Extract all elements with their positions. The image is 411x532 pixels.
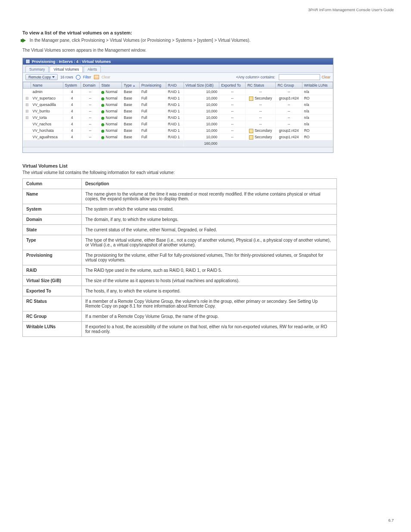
- state-dot-icon: [101, 136, 104, 139]
- clear-search-link[interactable]: Clear: [322, 75, 330, 79]
- state-dot-icon: [101, 117, 104, 120]
- col-exported[interactable]: Exported To: [219, 82, 246, 89]
- state-dot-icon: [101, 110, 104, 113]
- step-heading: To view a list of the virtual volumes on…: [22, 30, 394, 35]
- search-lead: <Any column> contains:: [236, 75, 275, 79]
- page-number: 6.7: [388, 518, 394, 523]
- table-row[interactable]: ⊞VV_quesadilla4--NormalBaseFullRAID 110,…: [23, 102, 333, 108]
- col-raid[interactable]: RAID: [166, 82, 184, 89]
- tab-summary[interactable]: Summary: [25, 66, 49, 72]
- brand-note: 3PAR InForm Management Console User's Gu…: [308, 8, 394, 12]
- col-expand[interactable]: [23, 82, 31, 89]
- state-dot-icon: [101, 130, 104, 133]
- col-name[interactable]: Name: [31, 82, 63, 89]
- totals-row: 160,000: [23, 140, 333, 147]
- col-rcstatus[interactable]: RC Status: [246, 82, 276, 89]
- row-count-label: 16 rows: [60, 75, 73, 79]
- info-heading: Virtual Volumes List: [22, 163, 394, 168]
- rc-status-icon: [249, 129, 253, 133]
- tab-alerts[interactable]: Alerts: [84, 66, 101, 72]
- app-window: Provisioning : InServs : 4 : Virtual Vol…: [22, 58, 333, 153]
- filter-link[interactable]: Filter: [83, 75, 91, 79]
- info-row: StateThe current status of the volume, e…: [23, 225, 337, 235]
- info-row: Writable LUNsIf exported to a host, the …: [23, 322, 337, 337]
- state-dot-icon: [101, 123, 104, 126]
- footer-bar: [23, 147, 333, 152]
- table-row[interactable]: ⊞VV_torta4--NormalBaseFullRAID 110,000--…: [23, 115, 333, 121]
- col-system[interactable]: System: [63, 82, 81, 89]
- info-table: Column Description NameThe name given to…: [22, 178, 337, 337]
- state-dot-icon: [101, 97, 104, 100]
- state-dot-icon: [101, 91, 104, 94]
- state-dot-icon: [101, 104, 104, 107]
- step-result: The Virtual Volumes screen appears in th…: [22, 48, 394, 53]
- info-th-column: Column: [23, 179, 82, 189]
- tab-virtual-volumes[interactable]: Virtual Volumes: [50, 66, 83, 72]
- rc-status-icon: [249, 96, 253, 101]
- arrow-icon: [22, 38, 26, 43]
- search-input[interactable]: [279, 74, 320, 80]
- table-row[interactable]: admin4--NormalBaseFullRAID 110,000------…: [23, 89, 333, 95]
- volumes-table: Name System Domain State Type Provisioni…: [23, 82, 333, 147]
- window-title: Provisioning : InServs : 4 : Virtual Vol…: [32, 59, 111, 64]
- info-row: RC StatusIf a member of a Remote Copy Vo…: [23, 296, 337, 311]
- col-prov[interactable]: Provisioning: [139, 82, 166, 89]
- window-titlebar: Provisioning : InServs : 4 : Virtual Vol…: [23, 58, 333, 65]
- col-writable[interactable]: Writable LUNs: [302, 82, 333, 89]
- toolbar: Remote Copy 16 rows Filter Clear <Any co…: [23, 73, 333, 82]
- clear-icon: [94, 75, 99, 79]
- remote-copy-dropdown[interactable]: Remote Copy: [25, 74, 58, 80]
- col-domain[interactable]: Domain: [81, 82, 100, 89]
- table-row[interactable]: VV_aguafresca4--NormalBaseFullRAID 110,0…: [23, 134, 333, 140]
- table-row[interactable]: ⊞VV_burrito4--NormalBaseFullRAID 110,000…: [23, 108, 333, 115]
- clear-label: Clear: [102, 75, 110, 79]
- tabs-row: Summary Virtual Volumes Alerts: [23, 65, 333, 73]
- filter-icon: [76, 75, 81, 80]
- total-vsize: 160,000: [184, 140, 219, 147]
- rc-status-icon: [249, 135, 253, 140]
- info-row: TypeThe type of the virtual volume, eith…: [23, 235, 337, 250]
- col-vsize[interactable]: Virtual Size (GiB): [184, 82, 219, 89]
- info-row: RC GroupIf a member of a Remote Copy Vol…: [23, 311, 337, 322]
- info-row: RAIDThe RAID type used in the volume, su…: [23, 265, 337, 276]
- table-row[interactable]: VV_horchata4--NormalBaseFullRAID 110,000…: [23, 128, 333, 134]
- step-bullet: In the Manager pane, click Provisioning …: [22, 38, 394, 43]
- table-header-row: Name System Domain State Type Provisioni…: [23, 82, 333, 89]
- col-state[interactable]: State: [100, 82, 122, 89]
- table-row[interactable]: VV_nachos4--NormalBaseFullRAID 110,000--…: [23, 121, 333, 128]
- col-rcgroup[interactable]: RC Group: [276, 82, 302, 89]
- info-th-desc: Description: [82, 179, 337, 189]
- col-type[interactable]: Type: [122, 82, 140, 89]
- table-row[interactable]: ⊞VV_supertaco4--NormalBaseFullRAID 110,0…: [23, 95, 333, 102]
- info-row: SystemThe system on which the volume was…: [23, 204, 337, 215]
- caret-down-icon: [52, 76, 55, 78]
- window-icon: [25, 59, 30, 64]
- info-row: DomainThe domain, if any, to which the v…: [23, 215, 337, 225]
- info-sub: The virtual volume list contains the fol…: [22, 170, 394, 175]
- info-row: NameThe name given to the volume at the …: [23, 189, 337, 204]
- info-row: Exported ToThe hosts, if any, to which t…: [23, 286, 337, 296]
- info-row: Virtual Size (GiB)The size of the volume…: [23, 276, 337, 286]
- info-row: ProvisioningThe provisioning for the vol…: [23, 250, 337, 265]
